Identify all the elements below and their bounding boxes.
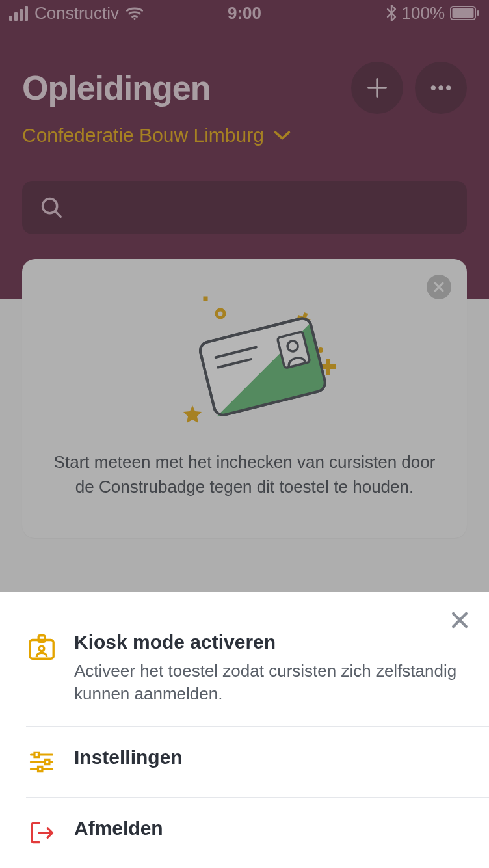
- menu-item-settings[interactable]: Instellingen: [0, 727, 489, 797]
- badge-id-icon: [27, 632, 57, 662]
- menu-item-logout[interactable]: Afmelden: [0, 798, 489, 868]
- sliders-icon: [27, 748, 56, 776]
- sheet-close-button[interactable]: [449, 609, 471, 634]
- menu-item-title: Instellingen: [74, 746, 463, 768]
- svg-rect-17: [38, 636, 45, 642]
- logout-icon: [27, 819, 56, 847]
- menu-item-title: Afmelden: [74, 817, 463, 839]
- action-sheet: Kiosk mode activeren Activeer het toeste…: [0, 592, 489, 868]
- menu-item-kiosk-mode[interactable]: Kiosk mode activeren Activeer het toeste…: [0, 612, 489, 726]
- menu-item-title: Kiosk mode activeren: [74, 631, 463, 653]
- svg-rect-22: [46, 759, 49, 764]
- svg-rect-20: [34, 752, 38, 757]
- svg-point-18: [39, 646, 44, 651]
- close-icon: [449, 609, 471, 631]
- menu-item-desc: Activeer het toestel zodat cursisten zic…: [74, 660, 463, 705]
- svg-rect-24: [38, 766, 42, 771]
